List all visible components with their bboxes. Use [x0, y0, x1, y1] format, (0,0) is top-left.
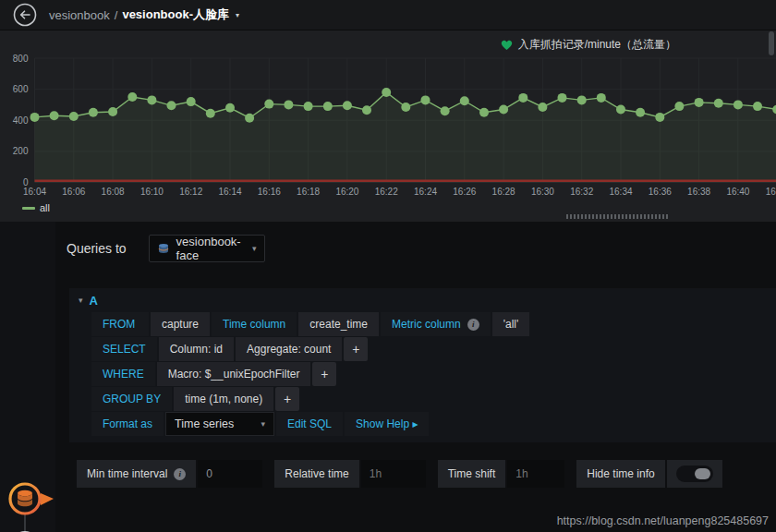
data-point[interactable] [518, 93, 527, 103]
data-point[interactable] [264, 100, 273, 109]
data-point[interactable] [225, 103, 235, 113]
watermark-url: https://blog.csdn.net/luanpeng825485697 [557, 514, 769, 527]
x-axis-tick: 16:36 [649, 187, 672, 197]
data-point[interactable] [362, 105, 371, 115]
data-point[interactable] [499, 105, 508, 115]
x-axis-tick: 16:04 [23, 187, 46, 197]
hide-time-info-label: Hide time info [587, 467, 654, 480]
format-select[interactable]: Time series ▾ [165, 412, 274, 436]
time-series-chart[interactable]: 020040060080016:0416:0616:0816:1016:1216… [0, 37, 776, 201]
data-point[interactable] [245, 114, 254, 123]
data-point[interactable] [401, 103, 410, 112]
relative-time-input[interactable] [361, 460, 426, 488]
query-options-row: Min time interval i Relative time Time s… [77, 460, 722, 488]
data-point[interactable] [753, 102, 762, 111]
data-point[interactable] [441, 106, 450, 115]
relative-time-group: Relative time [274, 460, 425, 488]
info-icon[interactable]: i [467, 319, 479, 331]
select-keyword: SELECT [91, 337, 157, 361]
back-icon[interactable] [13, 3, 37, 27]
data-point[interactable] [597, 93, 606, 103]
data-point[interactable] [577, 95, 587, 104]
data-point[interactable] [655, 113, 664, 122]
datasource-name: vesionbook-face [176, 235, 246, 262]
add-where-button[interactable]: + [312, 362, 336, 386]
data-point[interactable] [50, 111, 59, 120]
legend-item-all[interactable]: all [22, 202, 50, 213]
add-select-button[interactable]: + [344, 337, 368, 361]
data-point[interactable] [734, 100, 743, 109]
data-point[interactable] [695, 98, 704, 107]
data-point[interactable] [343, 101, 352, 110]
info-icon[interactable]: i [174, 468, 186, 480]
data-point[interactable] [479, 108, 489, 117]
toggle-knob [695, 468, 710, 479]
data-point[interactable] [616, 105, 625, 115]
x-axis-tick: 16:16 [258, 187, 281, 197]
data-point[interactable] [89, 108, 98, 117]
x-axis-tick: 16:32 [570, 187, 593, 197]
min-time-interval-input[interactable] [198, 460, 262, 488]
time-column-value[interactable]: create_time [298, 312, 379, 336]
data-point[interactable] [323, 102, 333, 111]
groupby-time[interactable]: time (1m, none) [174, 387, 273, 411]
data-point[interactable] [127, 92, 137, 102]
data-point[interactable] [382, 88, 391, 97]
y-axis-tick: 800 [13, 54, 29, 64]
data-point[interactable] [206, 109, 215, 118]
caret-down-icon: ▾ [261, 419, 265, 429]
time-shift-input[interactable] [507, 460, 564, 488]
query-a-block: ▾ A FROM capture Time column create_time… [69, 288, 776, 442]
metric-column-value[interactable]: 'all' [492, 312, 530, 336]
time-shift-group: Time shift [438, 460, 565, 488]
edit-sql-button[interactable]: Edit SQL [276, 412, 343, 436]
relative-time-label: Relative time [285, 467, 348, 480]
breadcrumb[interactable]: vesionbook / vesionbook-人脸库 ▾ [49, 6, 239, 23]
data-point[interactable] [538, 103, 547, 112]
panel-resize-handle[interactable] [566, 214, 668, 219]
data-point[interactable] [460, 96, 469, 105]
metric-column-text: Metric column [392, 318, 461, 331]
breadcrumb-folder[interactable]: vesionbook [49, 8, 110, 22]
metric-column-label[interactable]: Metric column i [381, 312, 491, 336]
datasource-select[interactable]: vesionbook-face ▾ [149, 235, 265, 262]
data-point[interactable] [108, 107, 117, 116]
select-aggregate[interactable]: Aggregate: count [236, 337, 342, 361]
data-point[interactable] [187, 97, 196, 106]
table-selector[interactable]: capture [151, 312, 210, 336]
data-point[interactable] [636, 108, 645, 117]
data-point[interactable] [674, 102, 684, 111]
groupby-row: GROUP BY time (1m, none) + [91, 387, 776, 411]
show-help-button[interactable]: Show Help ▸ [345, 412, 429, 436]
query-rows: FROM capture Time column create_time Met… [69, 312, 776, 436]
data-point[interactable] [304, 102, 313, 111]
data-point[interactable] [558, 93, 567, 103]
graph-panel: 入库抓拍记录/minute（总流量） 020040060080016:0416:… [0, 30, 776, 222]
x-axis-tick: 16:12 [179, 187, 202, 197]
hide-time-info-toggle[interactable] [676, 466, 713, 482]
top-navbar: vesionbook / vesionbook-人脸库 ▾ [0, 0, 776, 30]
data-point[interactable] [714, 99, 723, 108]
tab-queries-database-icon[interactable] [6, 480, 56, 517]
data-point[interactable] [147, 95, 156, 104]
vertical-scrollbar[interactable] [769, 31, 774, 55]
x-axis-tick: 16:08 [102, 187, 125, 197]
dashboard-title[interactable]: vesionbook-人脸库 [122, 6, 229, 23]
x-axis-tick: 16:34 [609, 187, 632, 197]
time-column-label[interactable]: Time column [212, 312, 297, 336]
x-axis-tick: 16:40 [726, 187, 749, 197]
query-a-header[interactable]: ▾ A [69, 288, 776, 312]
data-point[interactable] [30, 113, 40, 122]
x-axis-tick: 16:22 [375, 187, 398, 197]
data-point[interactable] [284, 100, 293, 109]
data-point[interactable] [167, 101, 176, 110]
x-axis-tick: 16:42 [766, 187, 776, 197]
chevron-down-icon[interactable]: ▾ [236, 11, 239, 19]
data-point[interactable] [69, 112, 79, 121]
collapse-caret-icon[interactable]: ▾ [79, 296, 83, 305]
data-point[interactable] [421, 95, 430, 104]
add-groupby-button[interactable]: + [275, 387, 299, 411]
where-macro[interactable]: Macro: $__unixEpochFilter [157, 362, 311, 386]
select-column[interactable]: Column: id [159, 337, 234, 361]
queries-to-label: Queries to [67, 241, 127, 256]
